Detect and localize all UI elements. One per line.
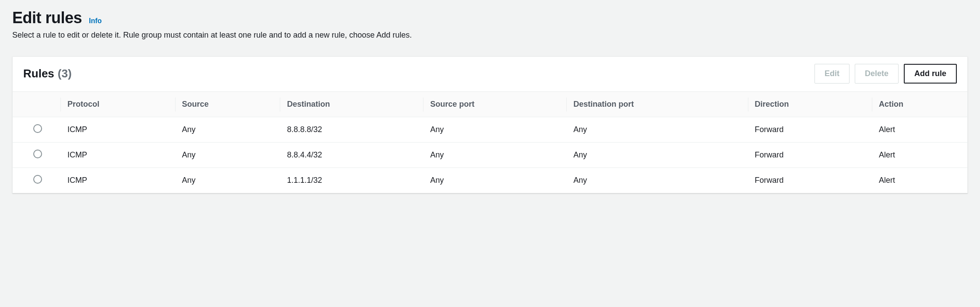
cell-destination: 1.1.1.1/32 xyxy=(280,168,423,193)
cell-destination: 8.8.8.8/32 xyxy=(280,117,423,143)
cell-destination: 8.8.4.4/32 xyxy=(280,143,423,168)
cell-protocol: ICMP xyxy=(60,168,175,193)
col-select xyxy=(13,92,60,117)
table-row: ICMP Any 8.8.8.8/32 Any Any Forward Aler… xyxy=(13,117,967,143)
cell-action: Alert xyxy=(872,117,967,143)
row-select-radio[interactable] xyxy=(33,150,42,158)
cell-protocol: ICMP xyxy=(60,143,175,168)
panel-title: Rules xyxy=(23,67,54,80)
edit-button[interactable]: Edit xyxy=(814,64,850,84)
cell-source: Any xyxy=(175,143,280,168)
panel-actions: Edit Delete Add rule xyxy=(814,64,957,84)
cell-source-port: Any xyxy=(423,143,566,168)
cell-protocol: ICMP xyxy=(60,117,175,143)
cell-direction: Forward xyxy=(748,117,872,143)
row-select-radio[interactable] xyxy=(33,124,42,133)
cell-destination-port: Any xyxy=(566,143,747,168)
col-direction[interactable]: Direction xyxy=(748,92,872,117)
add-rule-button[interactable]: Add rule xyxy=(904,64,957,84)
cell-source-port: Any xyxy=(423,168,566,193)
col-protocol[interactable]: Protocol xyxy=(60,92,175,117)
col-action[interactable]: Action xyxy=(872,92,967,117)
info-link[interactable]: Info xyxy=(89,17,102,25)
cell-action: Alert xyxy=(872,143,967,168)
col-destination[interactable]: Destination xyxy=(280,92,423,117)
table-row: ICMP Any 1.1.1.1/32 Any Any Forward Aler… xyxy=(13,168,967,193)
cell-source-port: Any xyxy=(423,117,566,143)
row-select-radio[interactable] xyxy=(33,175,42,184)
cell-direction: Forward xyxy=(748,143,872,168)
page-subtitle: Select a rule to edit or delete it. Rule… xyxy=(12,31,968,40)
cell-destination-port: Any xyxy=(566,168,747,193)
col-source[interactable]: Source xyxy=(175,92,280,117)
table-header-row: Protocol Source Destination Source port … xyxy=(13,92,967,117)
delete-button[interactable]: Delete xyxy=(855,64,899,84)
panel-count: (3) xyxy=(58,67,72,80)
rules-panel: Rules (3) Edit Delete Add rule Protocol … xyxy=(12,56,968,193)
table-row: ICMP Any 8.8.4.4/32 Any Any Forward Aler… xyxy=(13,143,967,168)
col-destination-port[interactable]: Destination port xyxy=(566,92,747,117)
rules-table: Protocol Source Destination Source port … xyxy=(13,91,967,193)
cell-source: Any xyxy=(175,168,280,193)
col-source-port[interactable]: Source port xyxy=(423,92,566,117)
page-title: Edit rules xyxy=(12,9,82,27)
cell-direction: Forward xyxy=(748,168,872,193)
cell-destination-port: Any xyxy=(566,117,747,143)
cell-action: Alert xyxy=(872,168,967,193)
cell-source: Any xyxy=(175,117,280,143)
